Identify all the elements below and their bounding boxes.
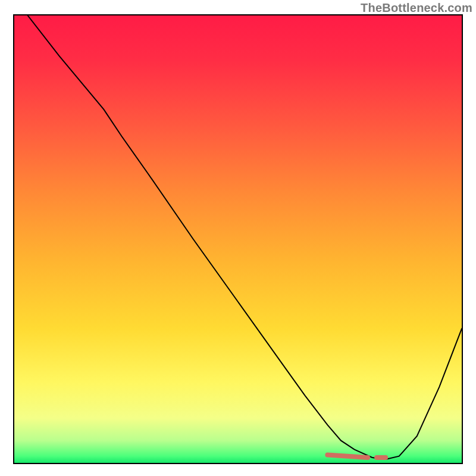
markers-group [327, 455, 386, 458]
chart-area [13, 14, 463, 464]
marker-min-band-left [327, 455, 368, 458]
attribution-label: TheBottleneck.com [361, 1, 472, 15]
chart-svg [14, 15, 462, 463]
